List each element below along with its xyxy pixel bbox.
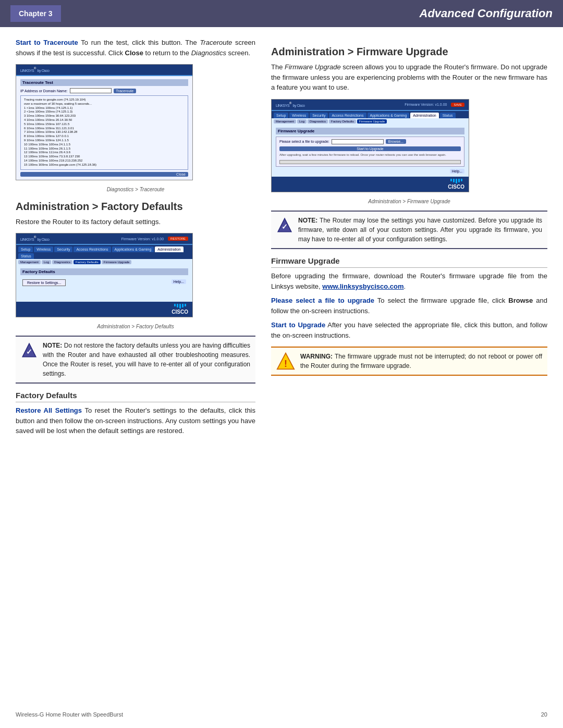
firmware-red-btn[interactable]: SAVE bbox=[451, 103, 464, 107]
please-select-term: Please select a file to upgrade bbox=[271, 297, 374, 304]
firmware-heading: Administration > Firmware Upgrade bbox=[271, 46, 547, 58]
fw-cisco-bar-4 bbox=[458, 179, 460, 182]
fw-tab-security[interactable]: Security bbox=[310, 113, 328, 118]
router-logo-bar: LINKSYS® by Cisco bbox=[16, 65, 192, 76]
browse-row: Please select a file to upgrade: Browse.… bbox=[279, 139, 461, 144]
fw-subtab-firmware[interactable]: Firmware Upgrade bbox=[357, 119, 387, 124]
subtab-management[interactable]: Management bbox=[18, 260, 41, 264]
cisco-bars bbox=[172, 304, 188, 309]
traceroute-intro: Start to Traceroute To run the test, cli… bbox=[16, 38, 255, 58]
warning-content: The firmware upgrade must not be interru… bbox=[300, 353, 542, 369]
factory-help-btn[interactable]: Help... bbox=[172, 279, 186, 284]
file-input[interactable] bbox=[332, 139, 384, 144]
cisco-bar-2 bbox=[177, 304, 178, 307]
factory-red-btn[interactable]: RESTORE bbox=[168, 237, 188, 241]
tab-access[interactable]: Access Restrictions bbox=[74, 246, 111, 252]
please-select-para: Please select a file to upgrade To selec… bbox=[271, 295, 547, 316]
firmware-cisco-bars bbox=[448, 179, 464, 183]
right-column: Administration > Firmware Upgrade The Fi… bbox=[271, 38, 547, 440]
traceroute-content: Tracing route to google.com (74.125.19.1… bbox=[20, 95, 188, 170]
close-button[interactable]: Close bbox=[20, 172, 188, 177]
factory-content: Restore to Settings... Help... bbox=[20, 277, 188, 288]
linksys-link[interactable]: www.linksysbycisco.com bbox=[322, 282, 403, 290]
fw-note-label: NOTE: bbox=[298, 217, 317, 224]
traceroute-ip-input[interactable] bbox=[70, 88, 112, 93]
chapter-label: Chapter 3 bbox=[10, 5, 61, 22]
traceroute-body: Traceroute Test IP Address or Domain Nam… bbox=[16, 76, 192, 180]
fw-subtab-management[interactable]: Management bbox=[274, 119, 296, 124]
fw-subtab-diagnostics[interactable]: Diagnostics bbox=[308, 119, 328, 124]
firmware-note-icon: ✓ bbox=[276, 217, 293, 233]
factory-router-screen: LINKSYS® by Cisco Firmware Version: v1.0… bbox=[16, 233, 193, 317]
firmware-upgrade-subheading: Firmware Upgrade bbox=[271, 256, 547, 268]
fw-cisco-bar-2 bbox=[453, 179, 455, 182]
restore-settings-desc: Restore All Settings To reset the Router… bbox=[16, 405, 255, 436]
firmware-footer: CISCO bbox=[272, 177, 469, 192]
firmware-browse-area: Please select a file to upgrade: Browse.… bbox=[276, 137, 464, 167]
fw-subtab-factory[interactable]: Factory Defaults bbox=[329, 119, 356, 124]
fw-cisco-bar-3 bbox=[456, 179, 457, 183]
fw-tab-setup[interactable]: Setup bbox=[274, 113, 288, 118]
factory-subtabs: Management Log Diagnostics Factory Defau… bbox=[16, 259, 192, 265]
factory-note-text: NOTE: Do not restore the factory default… bbox=[43, 341, 250, 378]
fw-subtab-log[interactable]: Log bbox=[297, 119, 307, 124]
fw-tab-apps[interactable]: Applications & Gaming bbox=[368, 113, 410, 118]
warning-label: WARNING: bbox=[300, 353, 333, 360]
firmware-subtabs: Management Log Diagnostics Factory Defau… bbox=[272, 118, 469, 125]
tab-apps[interactable]: Applications & Gaming bbox=[112, 246, 154, 252]
firmware-note-content: NOTE: The Router may lose the settings y… bbox=[298, 216, 542, 244]
start-upgrade-term: Start to Upgrade bbox=[271, 321, 325, 329]
subtab-diagnostics[interactable]: Diagnostics bbox=[52, 260, 72, 264]
firmware-caption: Administration > Firmware Upgrade bbox=[271, 199, 547, 204]
firmware-version: Firmware Version: v1.0.00 bbox=[405, 103, 447, 106]
note-icon: ✓ bbox=[21, 342, 38, 359]
factory-logo-bar: LINKSYS® by Cisco Firmware Version: v1.0… bbox=[16, 233, 192, 245]
tab-security[interactable]: Security bbox=[54, 246, 72, 252]
subtab-firmware[interactable]: Firmware Upgrade bbox=[102, 260, 132, 264]
fw-tab-admin[interactable]: Administration bbox=[410, 113, 438, 118]
traceroute-btn[interactable]: Traceroute bbox=[114, 89, 137, 93]
cisco-text: CISCO bbox=[172, 309, 188, 315]
subtab-factory[interactable]: Factory Defaults bbox=[74, 260, 101, 264]
start-upgrade-btn[interactable]: Start to Upgrade bbox=[279, 146, 461, 151]
fw-tab-status[interactable]: Status bbox=[440, 113, 456, 118]
start-upgrade-row: Start to Upgrade bbox=[279, 146, 461, 151]
header-bar: Chapter 3 Advanced Configuration bbox=[0, 0, 563, 27]
close-btn-row: Close bbox=[20, 172, 188, 177]
left-column: Start to Traceroute To run the test, cli… bbox=[16, 38, 255, 440]
cisco-bar-3 bbox=[179, 304, 181, 309]
factory-defaults-heading: Administration > Factory Defaults bbox=[16, 201, 255, 213]
cisco-bar-5 bbox=[185, 304, 186, 306]
firmware-upgrade-intro: Before upgrading the firmware, download … bbox=[271, 271, 547, 291]
firmware-help-btn[interactable]: Help... bbox=[450, 169, 464, 174]
cisco-bar-1 bbox=[174, 304, 176, 306]
firmware-intro: The Firmware Upgrade screen allows you t… bbox=[271, 62, 547, 93]
traceroute-router-screen: LINKSYS® by Cisco Traceroute Test IP Add… bbox=[16, 64, 193, 180]
fw-note-text: The Router may lose the settings you hav… bbox=[298, 217, 542, 243]
tab-admin[interactable]: Administration bbox=[155, 246, 183, 252]
factory-body: Factory Defaults Restore to Settings... … bbox=[16, 265, 192, 302]
fw-cisco-text: CISCO bbox=[448, 184, 464, 190]
subtab-log[interactable]: Log bbox=[42, 260, 51, 264]
firmware-note-text: After upgrading, wait a few minutes for … bbox=[279, 153, 461, 157]
factory-restore-btn[interactable]: Restore to Settings... bbox=[22, 279, 66, 286]
firmware-logo: LINKSYS® by Cisco bbox=[276, 102, 304, 108]
factory-caption: Administration > Factory Defaults bbox=[16, 324, 255, 329]
page-content: Start to Traceroute To run the test, cli… bbox=[0, 27, 563, 451]
fw-tab-wireless[interactable]: Wireless bbox=[289, 113, 309, 118]
fw-cisco-bar-5 bbox=[461, 179, 462, 181]
firmware-section-title: Firmware Upgrade bbox=[276, 128, 464, 134]
footer-right: 20 bbox=[541, 711, 547, 718]
tab-setup[interactable]: Setup bbox=[18, 246, 33, 252]
note-content: Do not restore the factory defaults unle… bbox=[43, 342, 250, 377]
fw-tab-access[interactable]: Access Restrictions bbox=[329, 113, 366, 118]
tab-status[interactable]: Status bbox=[18, 253, 34, 259]
tab-wireless[interactable]: Wireless bbox=[34, 246, 53, 252]
svg-text:!: ! bbox=[284, 359, 287, 369]
please-select-label: Please select a file to upgrade: bbox=[279, 140, 329, 143]
browse-btn[interactable]: Browse... bbox=[386, 139, 406, 144]
help-row: Help... bbox=[276, 169, 464, 174]
factory-note-box: ✓ NOTE: Do not restore the factory defau… bbox=[16, 336, 255, 384]
restore-term: Restore All Settings bbox=[16, 406, 82, 414]
fw-cisco-bar-1 bbox=[450, 179, 452, 181]
